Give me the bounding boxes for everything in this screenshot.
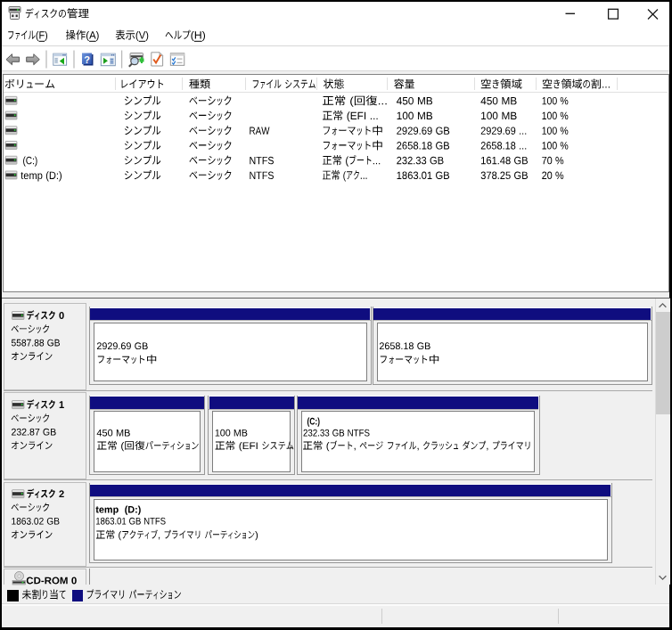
svg-text:?: ? [84, 54, 90, 65]
